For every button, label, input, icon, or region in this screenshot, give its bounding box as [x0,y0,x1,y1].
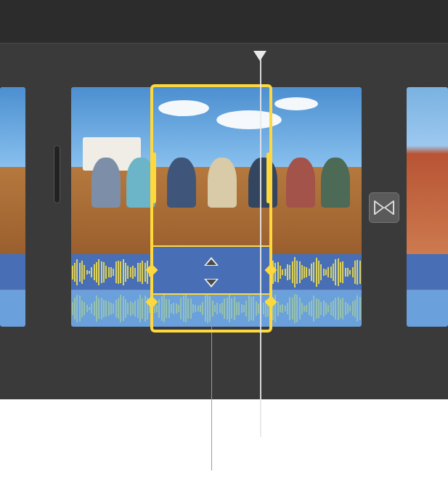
clip-audio-waveform[interactable] [407,254,448,327]
playhead-indicator-icon [253,51,266,61]
waveform-upper [71,254,362,290]
transition-bowtie-icon [374,200,394,215]
clip-previous[interactable] [0,87,25,327]
timeline-ruler[interactable] [0,0,448,44]
clip-thumbnail [407,87,448,254]
clip-audio-waveform[interactable] [0,254,25,327]
clip-gap-handle[interactable] [54,145,60,203]
clip-next[interactable] [407,87,448,327]
playhead[interactable] [260,51,266,61]
video-timeline-panel [0,0,448,399]
waveform-lower [71,290,362,327]
clip-audio-waveform[interactable] [71,254,362,327]
timeline-track-area[interactable] [0,44,448,399]
playhead-line[interactable] [260,60,261,437]
clip-thumbnail [71,87,362,254]
clip-main[interactable] [71,87,362,327]
clip-thumbnail [0,87,25,254]
callout-leader-line [211,289,212,470]
transition-button[interactable] [369,192,399,223]
